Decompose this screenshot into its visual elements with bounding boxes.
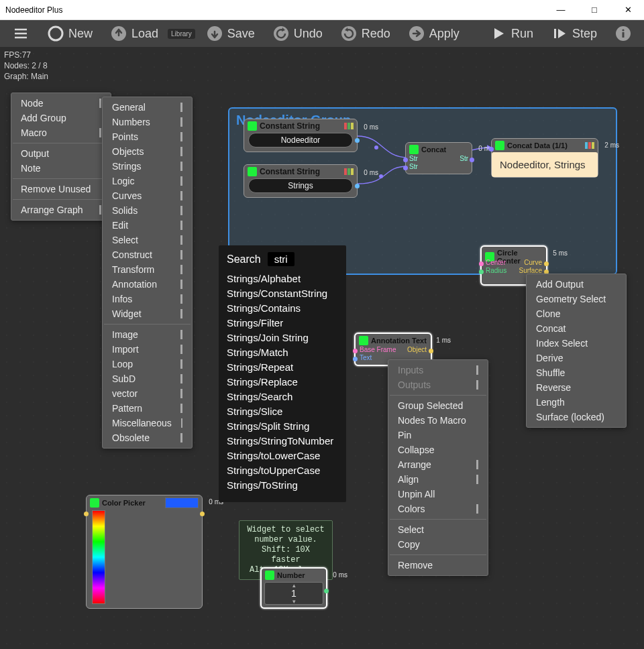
- maximize-button[interactable]: □: [581, 3, 608, 17]
- mi-circle-item[interactable]: Index Select: [527, 336, 626, 351]
- run-button[interactable]: Run: [483, 22, 540, 45]
- library-chip[interactable]: Library: [168, 29, 195, 39]
- search-result[interactable]: Strings/Filter: [227, 316, 338, 331]
- search-result[interactable]: Strings/Contains: [227, 301, 338, 316]
- mi-category[interactable]: Curves: [103, 188, 192, 203]
- mi-category[interactable]: Logic: [103, 174, 192, 188]
- search-result[interactable]: Strings/Slice: [227, 404, 338, 419]
- mi-annot-head[interactable]: Inputs: [388, 363, 488, 377]
- mi-annot-item[interactable]: Align: [388, 472, 488, 487]
- mi-category[interactable]: General: [103, 100, 192, 115]
- mi-annot-head[interactable]: Outputs: [388, 377, 488, 392]
- mi-annot-item[interactable]: Group Selected: [388, 398, 488, 413]
- mi-category[interactable]: Widget: [103, 306, 192, 321]
- mi-circle-item[interactable]: Shuffle: [527, 365, 626, 380]
- node-constant-string-2[interactable]: Constant String Strings 0 ms: [244, 164, 358, 198]
- canvas[interactable]: FPS:77 Nodes: 2 / 8 Graph: Main Nodeedit…: [0, 47, 644, 649]
- node-value[interactable]: Strings: [248, 178, 353, 193]
- mi-category[interactable]: Obsolete: [103, 430, 192, 445]
- info-button[interactable]: [608, 22, 639, 45]
- mi-category[interactable]: Strings: [103, 159, 192, 174]
- node-value[interactable]: Nodeeditor: [248, 133, 353, 148]
- node-constant-string-1[interactable]: Constant String Nodeeditor 0 ms: [244, 119, 358, 152]
- node-color-picker[interactable]: Color Picker 0 ms: [86, 495, 203, 609]
- mi-annot-item[interactable]: Nodes To Macro: [388, 413, 488, 428]
- stepper-down[interactable]: ▾: [265, 599, 323, 604]
- mi-category[interactable]: Loop: [103, 357, 192, 371]
- mi-category[interactable]: Miscellaneous: [103, 416, 192, 430]
- hue-bar[interactable]: [92, 510, 105, 604]
- mi-annot-item[interactable]: Copy: [388, 537, 488, 552]
- node-concat[interactable]: Concat 0 ms Str Str Str: [405, 142, 472, 174]
- mi-annot-item[interactable]: Remove: [388, 558, 488, 573]
- apply-button[interactable]: Apply: [401, 22, 466, 45]
- save-button[interactable]: Save: [199, 22, 262, 45]
- mi-note[interactable]: Note: [11, 161, 111, 176]
- mi-node[interactable]: Node: [11, 96, 111, 111]
- mi-category[interactable]: Construct: [103, 247, 192, 262]
- node-concat-data[interactable]: Concat Data (1/1) Nodeeditor, Strings 2 …: [491, 138, 598, 178]
- search-result[interactable]: Strings/Split String: [227, 419, 338, 434]
- stepper-up[interactable]: ▴: [265, 583, 323, 588]
- context-menu-circle[interactable]: Add OutputGeometry SelectCloneConcatInde…: [526, 274, 627, 428]
- search-result[interactable]: Strings/StringToNumber: [227, 434, 338, 449]
- node-number[interactable]: Number 0 ms ▴ 1 ▾: [260, 567, 327, 609]
- mi-circle-item[interactable]: Add Output: [527, 277, 626, 292]
- mi-category[interactable]: Pattern: [103, 401, 192, 416]
- mi-category[interactable]: vector: [103, 386, 192, 401]
- search-result[interactable]: Strings/Repeat: [227, 360, 338, 375]
- search-result[interactable]: Strings/Match: [227, 345, 338, 360]
- mi-annot-item[interactable]: Select: [388, 522, 488, 537]
- search-result[interactable]: Strings/Search: [227, 390, 338, 404]
- mi-category[interactable]: SubD: [103, 371, 192, 386]
- minimize-button[interactable]: ―: [547, 3, 574, 17]
- mi-annot-item[interactable]: Colors: [388, 501, 488, 516]
- close-button[interactable]: ✕: [614, 3, 641, 17]
- mi-arrange-graph[interactable]: Arrange Graph: [11, 202, 111, 217]
- menu-button[interactable]: [5, 22, 36, 45]
- search-result[interactable]: Strings/Join String: [227, 331, 338, 345]
- load-button[interactable]: Load: [103, 22, 165, 45]
- search-result[interactable]: Strings/ToString: [227, 478, 338, 493]
- mi-circle-item[interactable]: Length: [527, 395, 626, 410]
- mi-category[interactable]: Infos: [103, 292, 192, 306]
- mi-circle-item[interactable]: Reverse: [527, 380, 626, 395]
- mi-annot-item[interactable]: Unpin All: [388, 487, 488, 501]
- mi-category[interactable]: Select: [103, 233, 192, 247]
- search-result[interactable]: Strings/Replace: [227, 375, 338, 390]
- search-result[interactable]: Strings/ConstantString: [227, 286, 338, 301]
- new-button[interactable]: New: [40, 22, 99, 45]
- mi-category[interactable]: Annotation: [103, 277, 192, 292]
- mi-category[interactable]: Objects: [103, 144, 192, 159]
- mi-remove-unused[interactable]: Remove Unused: [11, 182, 111, 196]
- mi-category[interactable]: Numbers: [103, 115, 192, 129]
- mi-macro[interactable]: Macro: [11, 125, 111, 140]
- mi-add-group[interactable]: Add Group: [11, 111, 111, 125]
- search-result[interactable]: Strings/toUpperCase: [227, 463, 338, 478]
- mi-annot-item[interactable]: Pin: [388, 428, 488, 442]
- search-result[interactable]: Strings/toLowerCase: [227, 449, 338, 463]
- mi-circle-item[interactable]: Concat: [527, 321, 626, 336]
- mi-output[interactable]: Output: [11, 146, 111, 161]
- redo-button[interactable]: Redo: [333, 22, 397, 45]
- mi-category[interactable]: Edit: [103, 218, 192, 233]
- mi-annot-item[interactable]: Arrange: [388, 457, 488, 472]
- step-button[interactable]: Step: [544, 22, 604, 45]
- context-menu-categories[interactable]: GeneralNumbersPointsObjectsStringsLogicC…: [102, 97, 193, 449]
- mi-category[interactable]: Points: [103, 129, 192, 144]
- mi-category[interactable]: Import: [103, 342, 192, 357]
- mi-circle-item[interactable]: Clone: [527, 306, 626, 321]
- mi-circle-item[interactable]: Derive: [527, 351, 626, 365]
- mi-circle-item[interactable]: Surface (locked): [527, 410, 626, 424]
- search-result[interactable]: Strings/Alphabet: [227, 272, 338, 286]
- search-panel[interactable]: Search stri Strings/AlphabetStrings/Cons…: [219, 245, 346, 502]
- undo-button[interactable]: Undo: [266, 22, 329, 45]
- mi-category[interactable]: Solids: [103, 203, 192, 218]
- context-menu-main[interactable]: Node Add Group Macro Output Note Remove …: [11, 93, 111, 221]
- context-menu-annotation[interactable]: InputsOutputsGroup SelectedNodes To Macr…: [388, 359, 488, 576]
- mi-category[interactable]: Transform: [103, 262, 192, 277]
- search-input[interactable]: stri: [268, 252, 294, 266]
- mi-category[interactable]: Image: [103, 327, 192, 342]
- mi-circle-item[interactable]: Geometry Select: [527, 292, 626, 306]
- number-value[interactable]: 1: [265, 588, 323, 599]
